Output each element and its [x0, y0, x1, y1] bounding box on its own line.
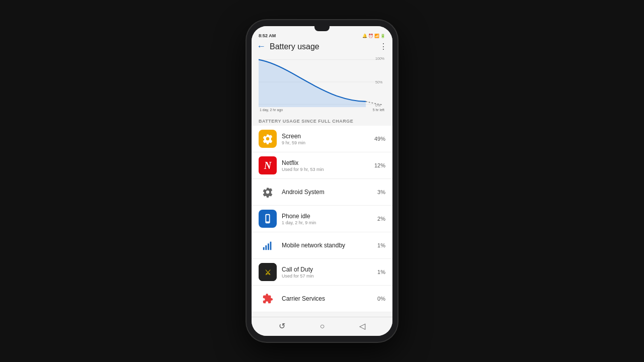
chart-label-50: 50%	[375, 80, 384, 84]
gear-svg	[262, 133, 273, 144]
svg-text:⚔: ⚔	[265, 268, 271, 277]
app-detail-cod: Used for 57 min	[282, 274, 377, 279]
chart-label-left: 1 day, 2 hr ago	[260, 108, 283, 112]
app-name-carrier: Carrier Services	[282, 295, 377, 302]
app-info-netflix: Netflix Used for 9 hr, 53 min	[282, 159, 374, 172]
mobile-network-icon	[259, 236, 277, 254]
scroll-content[interactable]: 100% 50% 0% 1 day, 2 hr ago 5 hr left BA…	[252, 55, 392, 317]
more-options-button[interactable]: ⋮	[379, 42, 387, 51]
carrier-svg	[262, 293, 273, 304]
chart-label-100: 100%	[375, 57, 384, 60]
app-detail-netflix: Used for 9 hr, 53 min	[282, 167, 374, 172]
chart-y-labels: 100% 50% 0%	[375, 57, 384, 107]
app-item-phone-idle[interactable]: Phone idle 1 day, 2 hr, 9 min 2%	[252, 206, 392, 232]
app-info-android-system: Android System	[282, 189, 377, 196]
app-name-android-system: Android System	[282, 189, 377, 196]
phone-idle-svg	[262, 213, 273, 224]
app-detail-screen: 9 hr, 59 min	[282, 140, 374, 145]
app-info-screen: Screen 9 hr, 59 min	[282, 133, 374, 145]
cod-icon: ⚔	[259, 263, 277, 281]
app-name-mobile-network: Mobile network standby	[282, 242, 377, 249]
carrier-services-icon	[259, 290, 277, 308]
phone-shell: 8:52 AM 🔔 ⏰ 📶 🔋 ← Battery usage ⋮	[247, 20, 397, 342]
app-percent-netflix: 12%	[374, 162, 385, 168]
app-item-android-system[interactable]: Android System 3%	[252, 179, 392, 206]
app-item-carrier[interactable]: Carrier Services 0%	[252, 286, 392, 312]
svg-rect-4	[266, 215, 269, 222]
screen-icon	[259, 130, 277, 148]
android-system-icon	[259, 183, 277, 201]
alarm-icon: ⏰	[368, 34, 373, 38]
signal-icon: 📶	[374, 34, 379, 38]
app-info-phone-idle: Phone idle 1 day, 2 hr, 9 min	[282, 213, 377, 225]
svg-rect-8	[268, 243, 269, 250]
app-name-cod: Call of Duty	[282, 266, 377, 273]
svg-rect-6	[263, 247, 265, 250]
app-info-cod: Call of Duty Used for 57 min	[282, 266, 377, 279]
phone-notch	[314, 26, 330, 31]
app-percent-android-system: 3%	[377, 189, 385, 195]
svg-rect-9	[270, 242, 272, 250]
chart-x-labels: 1 day, 2 hr ago 5 hr left	[259, 108, 385, 112]
app-percent-carrier: 0%	[377, 296, 385, 302]
app-percent-phone-idle: 2%	[377, 216, 385, 222]
bottom-nav: ↺ ○ ◁	[252, 317, 392, 336]
back-button[interactable]: ←	[257, 41, 266, 52]
home-button[interactable]: ○	[320, 322, 325, 331]
app-percent-cod: 1%	[377, 269, 385, 275]
netflix-icon: N	[259, 156, 277, 174]
svg-rect-7	[265, 245, 267, 250]
app-item-mobile-network[interactable]: Mobile network standby 1%	[252, 232, 392, 259]
battery-chart-area: 100% 50% 0%	[259, 57, 385, 107]
notification-icon: 🔔	[362, 34, 367, 38]
app-item-netflix[interactable]: N Netflix Used for 9 hr, 53 min 12%	[252, 152, 392, 179]
app-percent-mobile-network: 1%	[377, 242, 385, 248]
app-info-mobile-network: Mobile network standby	[282, 242, 377, 249]
back-nav-button[interactable]: ◁	[359, 321, 365, 331]
app-percent-screen: 49%	[374, 136, 385, 142]
netflix-logo: N	[264, 160, 271, 171]
top-nav: ← Battery usage ⋮	[252, 39, 392, 55]
app-name-phone-idle: Phone idle	[282, 213, 377, 220]
app-info-carrier: Carrier Services	[282, 295, 377, 302]
battery-chart-container: 100% 50% 0% 1 day, 2 hr ago 5 hr left	[252, 55, 392, 116]
battery-chart-svg	[259, 57, 385, 107]
status-time: 8:52 AM	[259, 33, 276, 38]
app-item-cod[interactable]: ⚔ Call of Duty Used for 57 min 1%	[252, 259, 392, 286]
signal-bars-svg	[262, 240, 273, 251]
cod-svg: ⚔	[259, 263, 277, 281]
recent-apps-button[interactable]: ↺	[279, 321, 285, 331]
app-detail-phone-idle: 1 day, 2 hr, 9 min	[282, 220, 377, 225]
svg-point-5	[267, 222, 268, 223]
android-gear-svg	[262, 187, 273, 198]
phone-idle-icon	[259, 210, 277, 228]
phone-screen: 8:52 AM 🔔 ⏰ 📶 🔋 ← Battery usage ⋮	[252, 26, 392, 336]
status-icons: 🔔 ⏰ 📶 🔋	[362, 34, 385, 38]
section-header: BATTERY USAGE SINCE FULL CHARGE	[252, 116, 392, 126]
chart-label-0: 0%	[375, 104, 384, 107]
phone-device: 8:52 AM 🔔 ⏰ 📶 🔋 ← Battery usage ⋮	[247, 20, 397, 342]
battery-icon: 🔋	[380, 34, 385, 38]
app-name-screen: Screen	[282, 133, 374, 140]
app-item-screen[interactable]: Screen 9 hr, 59 min 49%	[252, 126, 392, 152]
chart-label-right: 5 hr left	[373, 108, 384, 112]
page-title: Battery usage	[270, 42, 379, 51]
app-name-netflix: Netflix	[282, 159, 374, 166]
